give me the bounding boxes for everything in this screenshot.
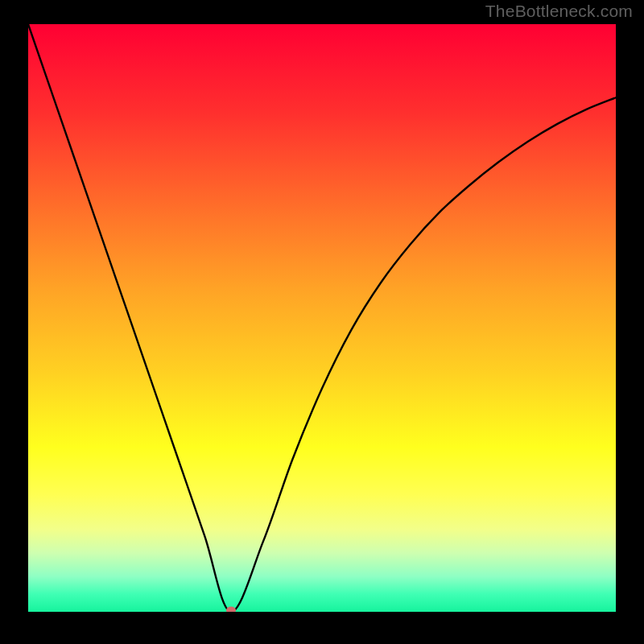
- bottleneck-curve: [28, 24, 616, 612]
- optimum-marker: [226, 607, 236, 613]
- plot-area: [28, 24, 616, 612]
- watermark-text: TheBottleneck.com: [485, 2, 633, 21]
